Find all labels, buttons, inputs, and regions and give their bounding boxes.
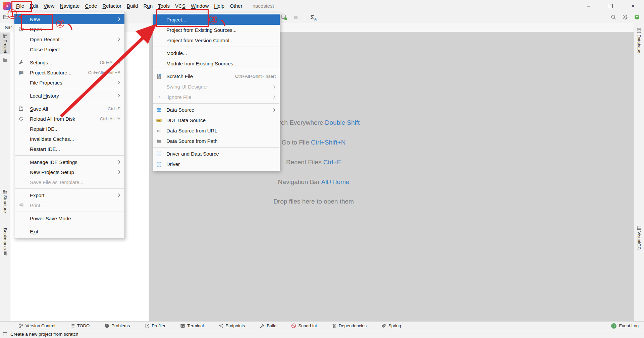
- close-button[interactable]: ×: [622, 0, 644, 12]
- menu-item-print[interactable]: Print...: [14, 200, 124, 210]
- menu-separator: [15, 155, 124, 156]
- menu-item-module[interactable]: Module...: [153, 48, 280, 58]
- menubar-item-help[interactable]: Help: [211, 0, 227, 12]
- toolbar-attach-debugger-icon[interactable]: [281, 14, 288, 21]
- menubar: FileEditViewNavigateCodeRefactorBuildRun…: [13, 0, 245, 12]
- menu-item-restart-ide[interactable]: Restart IDE...: [14, 144, 124, 154]
- data-source-icon: [156, 107, 164, 113]
- event-log-button[interactable]: 1 Event Log: [611, 323, 644, 329]
- menu-item-driver[interactable]: Driver: [153, 159, 280, 169]
- menu-item-driver-and-data-source[interactable]: Driver and Data Source: [153, 149, 280, 159]
- menu-item-label: New Projects Setup: [30, 169, 74, 175]
- menu-item-ddl-data-source[interactable]: DDLDDL Data Source: [153, 115, 280, 125]
- maximize-button[interactable]: [600, 0, 622, 12]
- menu-item-label: Print...: [30, 203, 44, 208]
- menubar-item-label: Edit: [30, 3, 38, 9]
- menu-item-shortcut: Ctrl+Alt+Y: [90, 116, 120, 121]
- menubar-item-refactor[interactable]: Refactor: [100, 0, 124, 12]
- tool-window-bar: Version ControlTODOProblemsProfilerTermi…: [0, 321, 644, 330]
- hint-label: Recent Files: [286, 159, 322, 166]
- menu-item-label: Scratch File: [166, 73, 193, 79]
- menu-item-local-history[interactable]: Local History: [14, 91, 124, 101]
- tool-stripe-button-database[interactable]: Database: [634, 28, 644, 53]
- chevron-right-icon: [111, 160, 120, 164]
- menu-item-repair-ide[interactable]: Repair IDE...: [14, 124, 124, 134]
- menubar-item-view[interactable]: View: [41, 0, 57, 12]
- menu-item-close-project[interactable]: Close Project: [14, 44, 124, 54]
- menu-item-new[interactable]: New: [14, 14, 124, 24]
- toolbar-ide-update-icon[interactable]: [634, 14, 640, 20]
- hint-label: Drop files here to open them: [273, 198, 354, 205]
- chevron-right-icon: [111, 170, 120, 174]
- menu-item-save-file-as-template[interactable]: Save File as Template...: [14, 177, 124, 187]
- menu-item-label: Driver: [166, 161, 180, 167]
- menu-item-ignore-file[interactable]: .i*.ignore File: [153, 92, 280, 102]
- tool-window-button-terminal[interactable]: Terminal: [180, 323, 204, 328]
- menu-item-save-all[interactable]: Save AllCtrl+S: [14, 104, 124, 114]
- menubar-item-file[interactable]: File: [13, 0, 27, 12]
- menu-item-data-source[interactable]: Data Source: [153, 105, 280, 115]
- menu-item-power-save-mode[interactable]: Power Save Mode: [14, 213, 124, 223]
- spring-icon: [381, 323, 386, 328]
- driver-data-source-icon: [156, 151, 164, 157]
- menu-item-settings[interactable]: Settings...Ctrl+Alt+S: [14, 57, 124, 67]
- tool-window-button-endpoints[interactable]: Endpoints: [218, 323, 245, 328]
- menubar-item-vcs[interactable]: VCS: [172, 0, 188, 12]
- tool-stripe-button-project[interactable]: Project: [0, 33, 10, 54]
- toolbar-search-icon[interactable]: [610, 14, 616, 20]
- menu-item-project[interactable]: Project...: [153, 14, 280, 25]
- menu-item-new-projects-setup[interactable]: New Projects Setup: [14, 167, 124, 177]
- toolbar-open-project-icon[interactable]: [3, 14, 9, 20]
- menubar-item-tools[interactable]: Tools: [155, 0, 172, 12]
- menu-item-manage-ide-settings[interactable]: Manage IDE Settings: [14, 157, 124, 167]
- menubar-item-window[interactable]: Window: [188, 0, 211, 12]
- menu-item-reload-all-from-disk[interactable]: Reload All from DiskCtrl+Alt+Y: [14, 114, 124, 124]
- menu-item-project-structure[interactable]: Project Structure...Ctrl+Alt+Shift+S: [14, 67, 124, 77]
- menubar-item-label: View: [44, 3, 54, 9]
- bookmark-icon: [3, 251, 7, 256]
- tool-stripe-button-visualgc[interactable]: VisualGC: [634, 226, 644, 250]
- menu-item-project-from-version-control[interactable]: Project from Version Control...: [153, 35, 280, 46]
- toolbar-stop-icon[interactable]: [293, 15, 299, 20]
- tool-stripe-button-bookmarks[interactable]: Bookmarks: [0, 228, 10, 256]
- menu-item-exit[interactable]: Exit: [14, 226, 124, 236]
- menubar-item-navigate[interactable]: Navigate: [57, 0, 82, 12]
- menu-item-open-recent[interactable]: Open Recent: [14, 34, 124, 44]
- data-source-path-icon: [156, 138, 164, 144]
- tool-window-button-build[interactable]: Build: [260, 323, 276, 328]
- menu-item-module-from-existing-sources[interactable]: Module from Existing Sources...: [153, 58, 280, 69]
- tool-window-button-profiler[interactable]: Profiler: [145, 323, 165, 328]
- menu-item-export[interactable]: Export: [14, 190, 124, 200]
- menu-item-swing-ui-designer[interactable]: Swing UI Designer: [153, 81, 280, 92]
- menu-item-file-properties[interactable]: File Properties: [14, 77, 124, 88]
- tool-window-button-spring[interactable]: Spring: [381, 323, 401, 328]
- menu-item-label: Open...: [30, 26, 46, 32]
- tool-window-button-dependencies[interactable]: Dependencies: [332, 323, 367, 328]
- menu-item-data-source-from-url[interactable]: Data Source from URL: [153, 125, 280, 136]
- tool-stripe-button-folder-icon[interactable]: [0, 57, 10, 63]
- menu-item-open[interactable]: Open...: [14, 24, 124, 34]
- menubar-item-code[interactable]: Code: [83, 0, 100, 12]
- tool-window-button-problems[interactable]: Problems: [104, 323, 130, 328]
- toolbar-gear-icon[interactable]: [622, 14, 628, 20]
- tool-window-button-version-control[interactable]: Version Control: [18, 323, 55, 328]
- menu-item-data-source-from-path[interactable]: Data Source from Path: [153, 136, 280, 146]
- menu-item-scratch-file[interactable]: Scratch FileCtrl+Alt+Shift+Insert: [153, 71, 280, 81]
- chevron-right-icon: [111, 17, 120, 21]
- menu-separator: [15, 56, 124, 56]
- menubar-item-build[interactable]: Build: [124, 0, 141, 12]
- menubar-item-run[interactable]: Run: [141, 0, 155, 12]
- menu-item-invalidate-caches[interactable]: Invalidate Caches...: [14, 134, 124, 144]
- tool-stripe-label: Bookmarks: [3, 228, 8, 250]
- hint-label: Go to File: [281, 139, 309, 146]
- menubar-item-edit[interactable]: Edit: [27, 0, 41, 12]
- toolbar-translate-icon[interactable]: A: [310, 14, 317, 21]
- visualgc-icon: [637, 226, 641, 230]
- menu-item-project-from-existing-sources[interactable]: Project from Existing Sources...: [153, 25, 280, 35]
- tool-stripe-button-structure[interactable]: Structure: [0, 189, 10, 213]
- minimize-button[interactable]: –: [578, 0, 600, 12]
- menubar-item-other[interactable]: Other: [227, 0, 245, 12]
- svg-text:A: A: [314, 17, 317, 21]
- tool-window-button-todo[interactable]: TODO: [70, 323, 90, 328]
- tool-window-button-sonarlint[interactable]: SonarLint: [291, 323, 317, 328]
